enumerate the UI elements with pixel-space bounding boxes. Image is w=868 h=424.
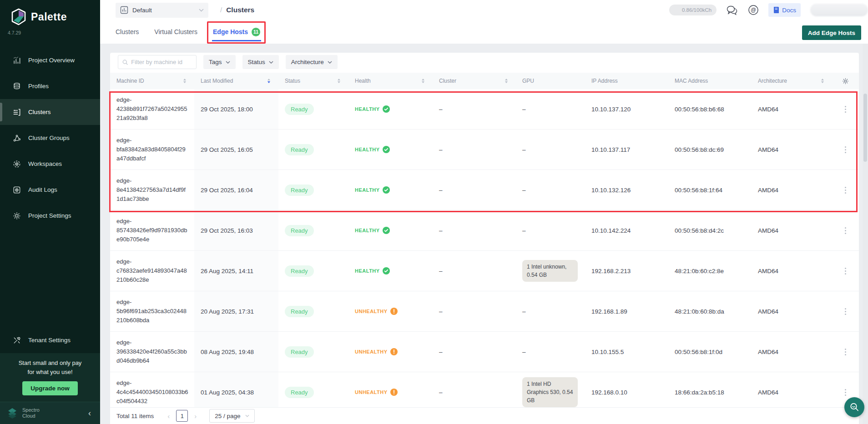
cell-machine-id: edge-5b96f691ab253ca3c02448210b608bda bbox=[110, 291, 194, 331]
sidebar-item-label: Clusters bbox=[28, 109, 51, 115]
book-icon bbox=[773, 6, 779, 14]
cell-mac-address: 00:50:56:b8:b6:68 bbox=[668, 89, 752, 129]
page-number[interactable]: 1 bbox=[176, 410, 188, 422]
help-search-fab[interactable] bbox=[844, 397, 864, 417]
sidebar-item-tenant-settings[interactable]: Tenant Settings bbox=[0, 327, 100, 353]
column-header-architecture[interactable]: Architecture bbox=[752, 73, 832, 89]
table-row[interactable]: edge-857438426ef9d9781930dbe90b705e4e 29… bbox=[110, 210, 859, 251]
sidebar-item-audit-logs[interactable]: Audit Logs bbox=[0, 177, 100, 203]
chevron-left-icon[interactable]: ‹ bbox=[165, 412, 172, 420]
table-row[interactable]: edge-4238b891f7267a5024295521a92b3fa8 29… bbox=[110, 89, 859, 130]
column-header-status[interactable]: Status bbox=[278, 73, 348, 89]
cell-actions bbox=[832, 291, 859, 331]
cell-cluster: – bbox=[433, 372, 516, 407]
gear-icon bbox=[842, 77, 849, 85]
sidebar-item-clusters[interactable]: Clusters bbox=[0, 99, 100, 125]
scrollbar-track[interactable] bbox=[863, 44, 868, 424]
row-menu-icon[interactable] bbox=[842, 265, 849, 277]
page-size-select[interactable]: 25 / page bbox=[209, 409, 254, 423]
project-selector[interactable]: Default bbox=[116, 3, 208, 18]
row-menu-icon[interactable] bbox=[842, 305, 849, 318]
sidebar-item-label: Project Overview bbox=[28, 57, 75, 64]
column-header-last-modified[interactable]: Last Modified bbox=[194, 73, 278, 89]
architecture-filter-dropdown[interactable]: Architecture bbox=[286, 55, 338, 69]
filter-label: Tags bbox=[209, 59, 222, 65]
cell-status: Ready bbox=[278, 332, 348, 372]
warning-circle-icon bbox=[390, 308, 398, 315]
cell-status: Ready bbox=[278, 251, 348, 291]
column-settings[interactable] bbox=[832, 73, 859, 89]
column-header-mac-address: MAC Address bbox=[668, 73, 752, 89]
gpu-empty: – bbox=[522, 187, 526, 194]
cell-actions bbox=[832, 251, 859, 291]
machine-id-search[interactable] bbox=[118, 55, 197, 69]
tab-edge-hosts[interactable]: Edge Hosts 11 bbox=[213, 20, 260, 44]
column-header-machine-id[interactable]: Machine ID bbox=[110, 73, 194, 89]
column-header-cluster[interactable]: Cluster bbox=[433, 73, 516, 89]
add-edge-hosts-button[interactable]: Add Edge Hosts bbox=[802, 25, 861, 40]
upgrade-now-button[interactable]: Upgrade now bbox=[22, 381, 78, 395]
audit-logs-icon bbox=[12, 185, 21, 195]
sidebar-item-project-settings[interactable]: Project Settings bbox=[0, 203, 100, 229]
cell-mac-address: 00:50:56:b8:1f:0d bbox=[668, 332, 752, 372]
row-menu-icon[interactable] bbox=[842, 184, 849, 196]
brand-line1: Spectro bbox=[22, 407, 81, 413]
sidebar-item-cluster-groups[interactable]: Cluster Groups bbox=[0, 125, 100, 151]
user-menu[interactable] bbox=[810, 4, 868, 16]
column-label: Status bbox=[285, 78, 300, 84]
svg-text:@: @ bbox=[751, 7, 756, 13]
cell-machine-id: edge-c76832aefe914893047a48210b60c28e bbox=[110, 251, 194, 291]
chevron-down-icon bbox=[269, 61, 273, 64]
row-menu-icon[interactable] bbox=[842, 144, 849, 156]
table-row[interactable]: edge-bfa83842a83d8405804f29a47ddbafcf 29… bbox=[110, 130, 859, 170]
at-icon[interactable]: @ bbox=[748, 5, 759, 15]
chevron-right-icon[interactable]: › bbox=[192, 412, 199, 420]
topbar: Default / Clusters 0.86/100kCh @ Docs bbox=[100, 0, 868, 44]
tabs: Clusters Virtual Clusters Edge Hosts 11 … bbox=[100, 20, 868, 44]
docs-button[interactable]: Docs bbox=[768, 3, 801, 17]
tags-filter-dropdown[interactable]: Tags bbox=[203, 55, 236, 69]
clusters-icon bbox=[12, 108, 21, 117]
sidebar-item-profiles[interactable]: Profiles bbox=[0, 73, 100, 99]
table-row[interactable]: edge-8e41384227563a7d14df9f1d1ac73bbe 29… bbox=[110, 170, 859, 210]
breadcrumb-current[interactable]: Clusters bbox=[226, 6, 254, 14]
table-row[interactable]: edge-396338420e4f260a55c3bbd046db9b64 08… bbox=[110, 332, 859, 372]
check-circle-icon bbox=[383, 146, 390, 153]
row-menu-icon[interactable] bbox=[842, 224, 849, 237]
cell-actions bbox=[832, 332, 859, 372]
tab-clusters[interactable]: Clusters bbox=[116, 20, 139, 44]
status-badge: Ready bbox=[285, 265, 314, 277]
cell-last-modified: 29 Oct 2025, 18:00 bbox=[194, 89, 278, 129]
table-row[interactable]: edge-5b96f691ab253ca3c02448210b608bda 20… bbox=[110, 291, 859, 332]
table-row[interactable]: edge-4c4c4544003450108033b6c04f504432 01… bbox=[110, 372, 859, 407]
sidebar-collapse-icon[interactable]: ‹ bbox=[86, 409, 94, 418]
tab-virtual-clusters[interactable]: Virtual Clusters bbox=[154, 20, 197, 44]
cell-gpu: – bbox=[516, 210, 585, 250]
cell-gpu: – bbox=[516, 130, 585, 170]
gpu-empty: – bbox=[522, 308, 526, 315]
scrollbar-thumb[interactable] bbox=[863, 94, 867, 162]
sidebar-item-workspaces[interactable]: Workspaces bbox=[0, 151, 100, 177]
column-header-health[interactable]: Health bbox=[348, 73, 433, 89]
usage-pill: 0.86/100kCh bbox=[669, 5, 717, 15]
warning-circle-icon bbox=[390, 389, 398, 396]
cell-architecture: AMD64 bbox=[752, 130, 832, 170]
cell-mac-address: 18:66:da:2a:b5:18 bbox=[668, 372, 752, 407]
health-badge: HEALTHY bbox=[355, 146, 390, 153]
row-menu-icon[interactable] bbox=[842, 346, 849, 358]
cell-ip-address: 192.168.0.10 bbox=[585, 372, 668, 407]
cell-status: Ready bbox=[278, 372, 348, 407]
cell-ip-address: 10.10.142.224 bbox=[585, 210, 668, 250]
chevron-down-icon bbox=[226, 61, 230, 64]
table-row[interactable]: edge-c76832aefe914893047a48210b60c28e 26… bbox=[110, 251, 859, 291]
spectro-cloud-brand: Spectro Cloud ‹ bbox=[0, 402, 100, 424]
cell-status: Ready bbox=[278, 210, 348, 250]
column-label: MAC Address bbox=[675, 78, 708, 84]
status-filter-dropdown[interactable]: Status bbox=[242, 55, 279, 69]
chat-icon[interactable] bbox=[726, 5, 738, 15]
row-menu-icon[interactable] bbox=[842, 103, 849, 115]
breadcrumb-separator: / bbox=[220, 6, 222, 14]
search-input[interactable] bbox=[131, 59, 192, 65]
sidebar-item-project-overview[interactable]: Project Overview bbox=[0, 47, 100, 73]
row-menu-icon[interactable] bbox=[842, 386, 849, 399]
